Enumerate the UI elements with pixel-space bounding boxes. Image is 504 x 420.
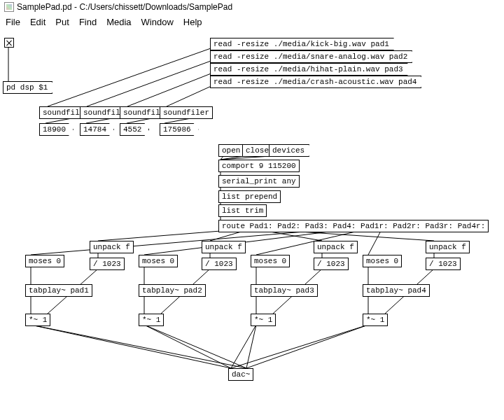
moses-1[interactable]: moses 0 (25, 255, 64, 267)
menu-put[interactable]: Put (55, 17, 69, 27)
menubar: File Edit Put Find Media Window Help (0, 14, 504, 33)
titlebar: SamplePad.pd - C:/Users/chissett/Downloa… (0, 0, 504, 14)
tabplay-3[interactable]: tabplay~ pad3 (251, 284, 318, 297)
dsp-toggle[interactable] (4, 38, 14, 48)
window-title: SamplePad.pd - C:/Users/chissett/Downloa… (17, 2, 232, 12)
svg-line-19 (290, 231, 434, 241)
mult-1[interactable]: *~ 1 (25, 314, 50, 326)
patch-canvas[interactable]: pd dsp $1 read -resize ./media/kick-big.… (0, 34, 504, 420)
moses-4[interactable]: moses 0 (363, 255, 402, 267)
list-trim-obj[interactable]: list trim (218, 204, 267, 217)
svg-line-23 (368, 231, 381, 255)
svg-line-20 (31, 231, 312, 255)
pd-app-icon (4, 2, 14, 12)
route-obj[interactable]: route Pad1: Pad2: Pad3: Pad4: Pad1r: Pad… (218, 220, 489, 232)
unpack-2[interactable]: unpack f (202, 241, 246, 253)
svg-line-45 (246, 325, 256, 368)
svg-line-46 (231, 325, 368, 368)
menu-media[interactable]: Media (106, 17, 131, 27)
serial-print-obj[interactable]: serial_print any (218, 175, 300, 188)
div-4[interactable]: / 1023 (426, 258, 461, 270)
unpack-4[interactable]: unpack f (426, 241, 470, 253)
div-2[interactable]: / 1023 (202, 258, 237, 270)
menu-window[interactable]: Window (141, 17, 174, 27)
svg-line-16 (98, 231, 220, 241)
list-prepend-obj[interactable]: list prepend (218, 190, 281, 203)
svg-line-17 (210, 231, 244, 241)
svg-line-18 (266, 231, 322, 241)
svg-line-40 (31, 325, 231, 368)
tabplay-4[interactable]: tabplay~ pad4 (363, 284, 430, 297)
tabplay-1[interactable]: tabplay~ pad1 (25, 284, 92, 297)
menu-edit[interactable]: Edit (30, 17, 46, 27)
soundfiler-4[interactable]: soundfiler (160, 106, 213, 119)
mult-3[interactable]: *~ 1 (251, 314, 276, 326)
svg-line-42 (144, 325, 231, 368)
tabplay-2[interactable]: tabplay~ pad2 (139, 284, 206, 297)
svg-line-47 (246, 325, 368, 368)
read-msg-4[interactable]: read -resize ./media/crash-acoustic.wav … (210, 76, 421, 88)
svg-line-1 (48, 48, 213, 106)
mult-4[interactable]: *~ 1 (363, 314, 388, 326)
moses-2[interactable]: moses 0 (139, 255, 178, 267)
read-msg-3[interactable]: read -resize ./media/hihat-plain.wav pad… (210, 63, 408, 76)
menu-file[interactable]: File (6, 17, 20, 27)
mult-2[interactable]: *~ 1 (139, 314, 164, 326)
unpack-3[interactable]: unpack f (314, 241, 358, 253)
svg-line-3 (127, 73, 213, 106)
samples-2[interactable]: 14784 (80, 123, 114, 136)
div-3[interactable]: / 1023 (314, 258, 349, 270)
samples-3[interactable]: 4552 (120, 123, 149, 136)
menu-help[interactable]: Help (183, 17, 202, 27)
svg-line-2 (87, 60, 213, 106)
devices-msg[interactable]: devices (269, 144, 309, 157)
read-msg-2[interactable]: read -resize ./media/snare-analog.wav pa… (210, 50, 412, 63)
samples-1[interactable]: 18900 (39, 123, 74, 136)
dac-obj[interactable]: dac~ (228, 368, 253, 381)
svg-line-43 (144, 325, 246, 368)
samples-4[interactable]: 175986 (160, 123, 199, 136)
svg-line-44 (231, 325, 256, 368)
pd-dsp-msg[interactable]: pd dsp $1 (3, 81, 52, 94)
comport-obj[interactable]: comport 9 115200 (218, 160, 300, 172)
read-msg-1[interactable]: read -resize ./media/kick-big.wav pad1 (210, 38, 394, 50)
menu-find[interactable]: Find (79, 17, 97, 27)
svg-line-41 (31, 325, 246, 368)
div-1[interactable]: / 1023 (90, 258, 125, 270)
svg-line-4 (167, 85, 213, 106)
moses-3[interactable]: moses 0 (251, 255, 290, 267)
open-msg[interactable]: open (218, 144, 245, 157)
unpack-1[interactable]: unpack f (90, 241, 134, 253)
